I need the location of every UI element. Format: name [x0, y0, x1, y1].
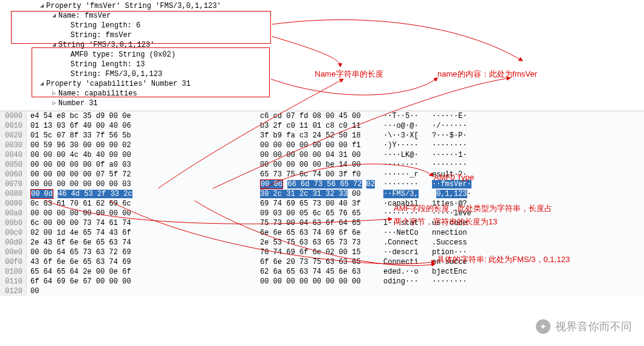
hex-offset: 0110 — [0, 277, 27, 286]
hex-bytes-right: 6e 6e 65 63 74 69 6f 6e — [260, 228, 372, 238]
hex-offset: 00d0 — [0, 238, 27, 247]
hex-bytes-right: 00 00 00 00 00 04 31 00 — [260, 150, 372, 160]
hex-bytes-right: 65 73 75 6c 74 00 3f f0 — [260, 170, 372, 179]
hex-offset: 00a0 — [0, 209, 27, 218]
redbox-name-section — [11, 11, 271, 44]
hex-bytes-left: e4 54 e8 bc 35 d9 00 0e — [27, 111, 252, 121]
hex-offset: 00e0 — [0, 247, 27, 257]
hex-bytes-right: 62 6a 65 63 74 45 6e 63 — [260, 267, 372, 277]
hex-row[interactable]: 010065 64 65 64 2e 00 0e 6f62 6a 65 63 7… — [0, 267, 644, 277]
hex-bytes-right — [260, 286, 372, 296]
hex-row[interactable]: 01106f 64 69 6e 67 00 00 0000 00 00 00 0… — [0, 277, 644, 286]
hex-offset: 0030 — [0, 140, 27, 150]
hex-offset: 0100 — [0, 267, 27, 277]
watermark: ✦ 视界音你而不同 — [536, 319, 632, 334]
hex-bytes-right: 69 74 69 65 73 00 40 3f — [260, 199, 372, 209]
ascii-left: ···NetCo — [383, 228, 432, 238]
ascii-left: ···o@·@· — [383, 121, 432, 131]
anno-amf0-type: AMF0 Type — [434, 173, 474, 182]
hex-bytes-right: 00 06 66 6d 73 56 65 72 02 — [260, 179, 372, 189]
tree-prop-fmsver[interactable]: Property 'fmsVer' String 'FMS/3,0,1,123' — [39, 1, 644, 11]
hex-bytes-left: 6c 00 00 00 73 74 61 74 — [27, 218, 252, 228]
hex-row[interactable]: 007000 00 00 00 00 00 00 0300 06 66 6d 7… — [0, 179, 644, 189]
hex-row[interactable]: 004000 00 00 4c 4b 40 00 0000 00 00 00 0… — [0, 150, 644, 160]
hex-bytes-left: 00 00 00 00 00 07 5f 72 — [27, 170, 252, 179]
watermark-text: 视界音你而不同 — [555, 319, 632, 334]
redbox-string-section — [32, 47, 270, 97]
tree-label: Property 'fmsVer' String 'FMS/3,0,1,123' — [46, 1, 221, 11]
hex-bytes-left: 65 64 65 64 2e 00 0e 6f — [27, 267, 252, 277]
hex-row[interactable]: 005000 00 00 00 00 0f a0 0300 00 00 00 0… — [0, 160, 644, 170]
hex-bytes-right: 6f 6e 20 73 75 63 63 65 — [260, 257, 372, 267]
hex-offset: 0080 — [0, 189, 27, 199]
hex-row[interactable]: 003000 59 96 30 00 00 00 0200 00 00 00 0… — [0, 140, 644, 150]
hex-bytes-left: 43 6f 6e 6e 65 63 74 69 — [27, 257, 252, 267]
hex-offset: 0120 — [0, 286, 27, 296]
ascii-left — [383, 286, 432, 296]
ascii-left: ······_r — [383, 170, 432, 179]
hex-bytes-left: 0c 63 61 70 61 62 69 6c — [27, 199, 252, 209]
ascii-right: ······1· — [432, 150, 481, 160]
hex-offset: 0020 — [0, 131, 27, 140]
hex-offset: 00c0 — [0, 228, 27, 238]
hex-offset: 0090 — [0, 199, 27, 209]
hex-offset: 0070 — [0, 179, 27, 189]
hex-offset: 0060 — [0, 170, 27, 179]
ascii-left: ··FMS/3, — [383, 189, 432, 199]
hex-bytes-left: 00 — [27, 286, 252, 296]
anno-amf-len: AMF字段的长度，此处类型为字符串，长度占两个字节，字符串的长度为13 — [394, 202, 558, 229]
ascii-left: ·\··3·X[ — [383, 131, 432, 140]
ascii-right: bjectEnc — [432, 267, 481, 277]
hex-bytes-left: 00 00 00 00 00 00 00 03 — [27, 179, 252, 189]
ascii-left: ·)Y····· — [383, 140, 432, 150]
hex-bytes-right: 00 00 00 00 00 00 00 00 — [260, 277, 372, 286]
hex-row[interactable]: 00c002 00 1d 4e 65 74 43 6f6e 6e 65 63 7… — [0, 228, 644, 238]
hex-bytes-left: 00 00 00 4c 4b 40 00 00 — [27, 150, 252, 160]
tree-label: Number 31 — [58, 99, 98, 108]
hex-bytes-right: 00 00 00 00 00 be 14 00 — [260, 160, 372, 170]
hex-row[interactable]: 00d02e 43 6f 6e 6e 65 63 742e 53 75 63 6… — [0, 238, 644, 247]
toggle-icon[interactable] — [51, 99, 57, 108]
wechat-icon: ✦ — [536, 319, 550, 334]
hex-bytes-right: c6 cd 07 fd 08 00 45 00 — [260, 111, 372, 121]
hex-offset: 0040 — [0, 150, 27, 160]
ascii-left: Connecti — [383, 257, 432, 267]
hex-row[interactable]: 002001 5c 07 8f 33 7f 56 5b3f b9 fa c3 2… — [0, 131, 644, 140]
ascii-left: .Connect — [383, 238, 432, 247]
hex-bytes-right: b3 2f c0 11 01 c8 c0 11 — [260, 121, 372, 131]
hex-offset: 00f0 — [0, 257, 27, 267]
hex-row[interactable]: 0000e4 54 e8 bc 35 d9 00 0ec6 cd 07 fd 0… — [0, 111, 644, 121]
ascii-right: ········ — [432, 140, 481, 150]
hex-row[interactable]: 001001 13 03 6f 40 00 40 06b3 2f c0 11 0… — [0, 121, 644, 131]
hex-bytes-right: 75 73 00 04 63 6f 64 65 — [260, 218, 372, 228]
anno-body-str: 具体的字符串: 此处为FMS/3，0,1,123 — [437, 254, 570, 265]
hex-bytes-left: 02 00 1d 4e 65 74 43 6f — [27, 228, 252, 238]
ascii-right: ·/······ — [432, 121, 481, 131]
ascii-left: ··descri — [383, 247, 432, 257]
hex-offset: 0000 — [0, 111, 27, 121]
ascii-left: ····LK@· — [383, 150, 432, 160]
hex-bytes-left: 01 5c 07 8f 33 7f 56 5b — [27, 131, 252, 140]
ascii-right: ?···$·P· — [432, 131, 481, 140]
ascii-right: .Success — [432, 238, 481, 247]
hex-bytes-right: 2e 53 75 63 63 65 73 73 — [260, 238, 372, 247]
hex-bytes-left: 00 0b 64 65 73 63 72 69 — [27, 247, 252, 257]
hex-bytes-right: 30 2c 31 2c 31 32 33 00 — [260, 189, 372, 199]
hex-row[interactable]: 006000 00 00 00 00 07 5f 7265 73 75 6c 7… — [0, 170, 644, 179]
ascii-left: ··T··5·· — [383, 111, 432, 121]
ascii-right: ········ — [432, 160, 481, 170]
hex-offset: 00b0 — [0, 218, 27, 228]
hex-row[interactable]: 012000 — [0, 286, 644, 296]
hex-bytes-right: 3f b9 fa c3 24 52 50 18 — [260, 131, 372, 140]
hex-bytes-left: 2e 43 6f 6e 6e 65 63 74 — [27, 238, 252, 247]
tree-num31[interactable]: Number 31 — [51, 99, 644, 108]
anno-name-content: name的内容：此处为fmsVer — [437, 69, 537, 80]
ascii-left: oding··· — [383, 277, 432, 286]
toggle-icon[interactable] — [39, 1, 45, 11]
ascii-left: ········ — [383, 179, 432, 189]
hex-bytes-left: 01 13 03 6f 40 00 40 06 — [27, 121, 252, 131]
hex-bytes-left: 00 00 00 00 00 0f a0 03 — [27, 160, 252, 170]
ascii-right — [432, 286, 481, 296]
hex-row[interactable]: 008000 0d 46 4d 53 2f 33 2c30 2c 31 2c 3… — [0, 189, 644, 199]
ascii-right: ······E· — [432, 111, 481, 121]
